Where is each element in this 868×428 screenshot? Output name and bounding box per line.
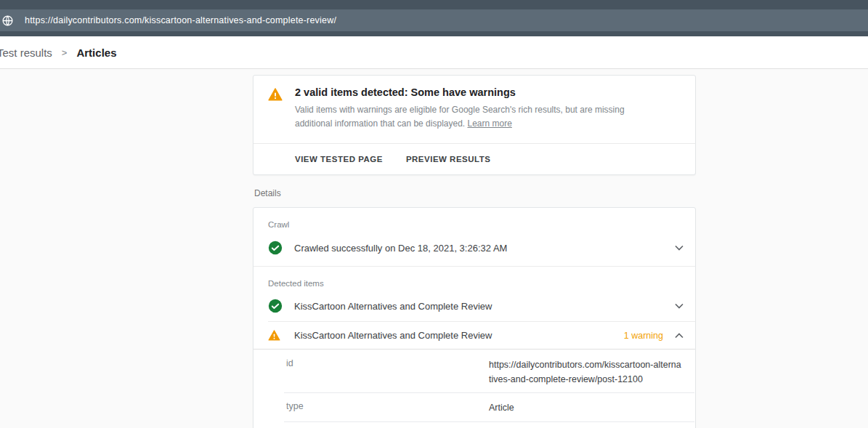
summary-description: Valid items with warnings are eligible f… — [295, 103, 644, 131]
property-value: Article — [489, 398, 684, 415]
warning-triangle-icon — [268, 88, 283, 131]
globe-icon — [1, 15, 14, 27]
crawl-status-row[interactable]: Crawled successfully on Dec 18, 2021, 3:… — [253, 232, 695, 266]
detected-item-title: KissCartoon Alternatives and Complete Re… — [294, 301, 492, 312]
chevron-down-icon[interactable] — [675, 245, 684, 251]
breadcrumb-test-results[interactable]: Test results — [0, 47, 52, 59]
crawl-status-text: Crawled successfully on Dec 18, 2021, 3:… — [294, 243, 507, 254]
preview-results-button[interactable]: PREVIEW RESULTS — [406, 155, 491, 163]
summary-description-text: Valid items with warnings are eligible f… — [295, 105, 625, 129]
breadcrumb-separator-icon: > — [62, 47, 68, 58]
success-check-icon — [268, 241, 283, 255]
property-name: id — [286, 355, 489, 387]
warning-triangle-icon — [268, 330, 283, 341]
summary-card: 2 valid items detected: Some have warnin… — [253, 75, 696, 175]
property-row-id: id https://dailycontributors.com/kisscar… — [253, 350, 695, 392]
breadcrumb-articles: Articles — [76, 47, 116, 59]
details-label: Details — [254, 188, 696, 198]
details-card: Crawl Crawled successfully on Dec 18, 20… — [253, 207, 696, 428]
structured-data-property-table: id https://dailycontributors.com/kisscar… — [253, 349, 695, 428]
url-bar[interactable]: https://dailycontributors.com/kisscartoo… — [0, 9, 868, 31]
detected-item-valid-row[interactable]: KissCartoon Alternatives and Complete Re… — [253, 291, 695, 321]
detected-item-title: KissCartoon Alternatives and Complete Re… — [294, 330, 492, 341]
learn-more-link[interactable]: Learn more — [468, 118, 512, 129]
success-check-icon — [268, 299, 283, 313]
property-row-type: type Article — [253, 392, 695, 421]
crawl-section-label: Crawl — [253, 208, 695, 232]
warning-count-badge: 1 warning — [624, 331, 663, 341]
chevron-up-icon[interactable] — [675, 333, 684, 339]
breadcrumb: Test results > Articles — [0, 36, 868, 69]
chevron-down-icon[interactable] — [675, 303, 684, 309]
browser-top-bar: https://dailycontributors.com/kisscartoo… — [0, 0, 868, 36]
detected-items-section-label: Detected items — [253, 267, 695, 291]
property-name: type — [286, 398, 489, 415]
view-tested-page-button[interactable]: VIEW TESTED PAGE — [295, 155, 383, 163]
property-value: https://dailycontributors.com/kisscartoo… — [489, 355, 684, 387]
detected-item-warning-row[interactable]: KissCartoon Alternatives and Complete Re… — [253, 322, 695, 349]
property-row-author: author — [253, 421, 695, 428]
tested-url: https://dailycontributors.com/kisscartoo… — [25, 15, 336, 25]
summary-title: 2 valid items detected: Some have warnin… — [295, 86, 644, 98]
